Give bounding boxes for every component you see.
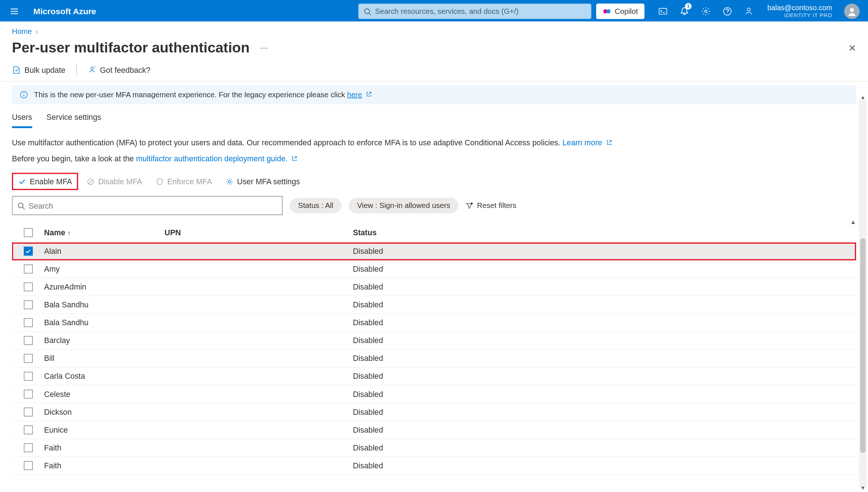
row-checkbox[interactable]: [24, 461, 33, 470]
row-checkbox[interactable]: [24, 282, 33, 291]
cell-name: Dickson: [44, 408, 164, 417]
account-menu[interactable]: balas@contoso.com IDENTITY IT PRO: [764, 4, 836, 19]
mfa-action-bar: Enable MFA Disable MFA Enforce MFA User …: [12, 173, 856, 190]
cell-name: Faith: [44, 461, 164, 470]
row-checkbox[interactable]: [24, 247, 33, 256]
scrollbar-thumb[interactable]: [860, 238, 866, 453]
cell-name: Celeste: [44, 390, 164, 399]
table-row[interactable]: BillDisabled: [12, 350, 856, 367]
tab-service-settings[interactable]: Service settings: [47, 113, 101, 128]
learn-more-link[interactable]: Learn more: [563, 138, 602, 147]
cell-name: Alain: [44, 247, 164, 256]
gear-icon: [225, 177, 234, 186]
reset-filters-button[interactable]: Reset filters: [466, 201, 516, 210]
row-checkbox[interactable]: [24, 300, 33, 310]
svg-point-12: [23, 93, 24, 93]
external-link-icon: [606, 139, 612, 145]
cell-status: Disabled: [353, 408, 856, 417]
table-row[interactable]: Carla CostaDisabled: [12, 367, 856, 385]
enforce-mfa-button: Enforce MFA: [150, 174, 217, 189]
scroll-up-icon[interactable]: ▲: [850, 219, 856, 225]
breadcrumb-home[interactable]: Home: [12, 27, 32, 36]
deployment-guide-link[interactable]: multifactor authentication deployment gu…: [136, 154, 288, 164]
page-title: Per-user multifactor authentication: [12, 39, 250, 56]
toolbar-divider: [76, 64, 77, 75]
svg-point-8: [850, 8, 854, 12]
select-all-checkbox[interactable]: [24, 228, 33, 237]
cell-status: Disabled: [353, 354, 856, 363]
settings-icon[interactable]: [696, 1, 716, 21]
table-row[interactable]: BarclayDisabled: [12, 332, 856, 350]
intro-text-2: Before you begin, take a look at the mul…: [12, 154, 856, 164]
table-row[interactable]: AzureAdminDisabled: [12, 278, 856, 296]
legacy-link[interactable]: here: [347, 91, 362, 99]
help-icon[interactable]: [717, 1, 738, 21]
cell-name: Carla Costa: [44, 372, 164, 381]
row-checkbox[interactable]: [24, 425, 33, 434]
column-header-upn[interactable]: UPN: [165, 228, 353, 237]
user-search[interactable]: [12, 196, 283, 215]
cell-status: Disabled: [353, 425, 856, 434]
more-actions-icon[interactable]: ⋯: [260, 43, 269, 52]
svg-line-14: [89, 179, 93, 183]
chevron-right-icon: ›: [35, 27, 38, 36]
svg-rect-4: [659, 8, 667, 14]
table-row[interactable]: FaithDisabled: [12, 439, 856, 457]
column-header-name[interactable]: Name ↑: [44, 228, 164, 237]
cell-status: Disabled: [353, 247, 856, 256]
feedback-icon: [87, 65, 97, 74]
cell-name: Amy: [44, 264, 164, 273]
user-email: balas@contoso.com: [767, 4, 832, 12]
row-checkbox[interactable]: [24, 443, 33, 452]
table-row[interactable]: Bala SandhuDisabled: [12, 314, 856, 332]
table-row[interactable]: AlainDisabled: [12, 243, 856, 260]
table-row[interactable]: CelesteDisabled: [12, 385, 856, 403]
global-search[interactable]: [358, 4, 591, 19]
filter-reset-icon: [466, 202, 473, 209]
feedback-button[interactable]: Got feedback?: [87, 65, 150, 74]
close-icon[interactable]: ✕: [848, 42, 856, 53]
table-row[interactable]: AmyDisabled: [12, 260, 856, 278]
status-filter-pill[interactable]: Status : All: [290, 198, 341, 213]
global-search-input[interactable]: [371, 7, 586, 16]
table-row[interactable]: EuniceDisabled: [12, 421, 856, 439]
copilot-button[interactable]: Copilot: [596, 4, 644, 19]
avatar[interactable]: [844, 4, 860, 19]
table-row[interactable]: Bala SandhuDisabled: [12, 296, 856, 314]
tab-users[interactable]: Users: [12, 113, 32, 128]
hamburger-icon[interactable]: [5, 2, 24, 21]
user-mfa-settings-button[interactable]: User MFA settings: [220, 174, 305, 189]
cell-name: Bill: [44, 354, 164, 363]
cell-name: Bala Sandhu: [44, 300, 164, 310]
enable-mfa-button[interactable]: Enable MFA: [12, 173, 78, 190]
user-search-input[interactable]: [29, 201, 277, 210]
cell-status: Disabled: [353, 300, 856, 310]
cell-status: Disabled: [353, 282, 856, 291]
info-icon: [20, 91, 28, 99]
row-checkbox[interactable]: [24, 354, 33, 363]
content-scrollbar[interactable]: ▲ ▼: [859, 100, 867, 487]
svg-point-15: [228, 180, 230, 182]
view-filter-pill[interactable]: View : Sign-in allowed users: [349, 198, 458, 213]
cell-status: Disabled: [353, 372, 856, 381]
svg-line-17: [23, 207, 24, 209]
feedback-header-icon[interactable]: [739, 1, 759, 21]
cell-status: Disabled: [353, 264, 856, 273]
brand-label[interactable]: Microsoft Azure: [29, 7, 101, 16]
bulk-update-button[interactable]: Bulk update: [12, 65, 66, 74]
row-checkbox[interactable]: [24, 336, 33, 345]
table-header: Name ↑ UPN Status: [12, 224, 856, 243]
row-checkbox[interactable]: [24, 318, 33, 327]
column-header-status[interactable]: Status: [353, 228, 856, 237]
cloud-shell-icon[interactable]: [653, 1, 673, 21]
table-row[interactable]: FaithDisabled: [12, 457, 856, 475]
azure-header: Microsoft Azure Copilot 1: [0, 0, 868, 21]
table-row[interactable]: DicksonDisabled: [12, 404, 856, 421]
search-icon: [17, 202, 25, 209]
row-checkbox[interactable]: [24, 372, 33, 381]
row-checkbox[interactable]: [24, 390, 33, 399]
svg-line-1: [369, 13, 371, 15]
row-checkbox[interactable]: [24, 408, 33, 417]
notifications-icon[interactable]: 1: [674, 1, 695, 21]
row-checkbox[interactable]: [24, 264, 33, 273]
